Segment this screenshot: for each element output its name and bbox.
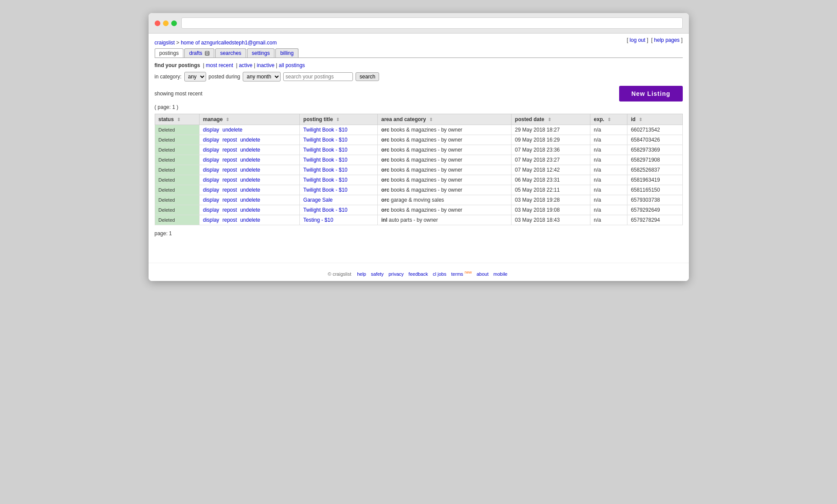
- status-cell: Deleted: [155, 145, 199, 155]
- month-select[interactable]: any month: [243, 72, 281, 81]
- tab-settings[interactable]: settings: [247, 48, 274, 58]
- footer-cljobs[interactable]: cl jobs: [433, 271, 446, 277]
- maximize-button[interactable]: [171, 20, 177, 26]
- posting-title-link[interactable]: Twilight Book - $10: [303, 137, 347, 143]
- col-area[interactable]: area and category ⇕: [377, 114, 511, 125]
- col-status[interactable]: status ⇕: [155, 114, 199, 125]
- manage-cell: display undelete: [199, 125, 299, 135]
- manage-undelete-link[interactable]: undelete: [240, 187, 260, 193]
- close-button[interactable]: [155, 20, 160, 26]
- posting-title-link[interactable]: Twilight Book - $10: [303, 157, 347, 163]
- manage-undelete-link[interactable]: undelete: [222, 127, 242, 133]
- manage-repost-link[interactable]: repost: [222, 217, 237, 223]
- col-exp[interactable]: exp. ⇕: [590, 114, 627, 125]
- posting-title-link[interactable]: Twilight Book - $10: [303, 147, 347, 153]
- tab-drafts[interactable]: drafts 0: [184, 48, 214, 58]
- search-button[interactable]: search: [356, 72, 379, 81]
- top-right-links: [ log out ] [ help pages ]: [627, 37, 682, 43]
- inactive-link[interactable]: inactive: [257, 62, 274, 68]
- area-code: orc: [381, 187, 390, 193]
- date-cell: 05 May 2018 22:11: [511, 185, 590, 195]
- title-cell: Twilight Book - $10: [300, 125, 378, 135]
- active-link[interactable]: active: [239, 62, 252, 68]
- posting-title-link[interactable]: Twilight Book - $10: [303, 177, 347, 183]
- minimize-button[interactable]: [163, 20, 169, 26]
- manage-repost-link[interactable]: repost: [222, 207, 237, 213]
- id-cell: 6581963419: [627, 175, 682, 185]
- footer-feedback[interactable]: feedback: [409, 271, 428, 277]
- manage-undelete-link[interactable]: undelete: [240, 167, 260, 173]
- manage-display-link[interactable]: display: [203, 127, 219, 133]
- logout-link[interactable]: log out: [630, 37, 645, 43]
- new-listing-button[interactable]: New Listing: [619, 86, 683, 101]
- manage-undelete-link[interactable]: undelete: [240, 157, 260, 163]
- id-cell: 6582971908: [627, 155, 682, 165]
- footer-mobile[interactable]: mobile: [493, 271, 507, 277]
- exp-cell: n/a: [590, 145, 627, 155]
- table-row: Deleteddisplay repost undelete Twilight …: [155, 135, 682, 145]
- manage-display-link[interactable]: display: [203, 157, 219, 163]
- tab-searches[interactable]: searches: [215, 48, 246, 58]
- exp-cell: n/a: [590, 165, 627, 175]
- posting-title-link[interactable]: Garage Sale: [303, 197, 332, 203]
- manage-display-link[interactable]: display: [203, 177, 219, 183]
- manage-undelete-link[interactable]: undelete: [240, 147, 260, 153]
- manage-display-link[interactable]: display: [203, 207, 219, 213]
- manage-undelete-link[interactable]: undelete: [240, 137, 260, 143]
- manage-display-link[interactable]: display: [203, 137, 219, 143]
- posting-title-link[interactable]: Testing - $10: [303, 217, 333, 223]
- manage-display-link[interactable]: display: [203, 217, 219, 223]
- tabs: postings drafts 0 searches settings bill…: [155, 48, 683, 58]
- breadcrumb: craigslist > home of azngurlcalledsteph1…: [155, 37, 683, 46]
- search-input[interactable]: [283, 72, 353, 81]
- manage-display-link[interactable]: display: [203, 167, 219, 173]
- help-link[interactable]: help pages: [654, 37, 680, 43]
- manage-repost-link[interactable]: repost: [222, 147, 237, 153]
- all-postings-link[interactable]: all postings: [279, 62, 305, 68]
- col-manage[interactable]: manage ⇕: [199, 114, 299, 125]
- manage-undelete-link[interactable]: undelete: [240, 217, 260, 223]
- manage-undelete-link[interactable]: undelete: [240, 207, 260, 213]
- most-recent-link[interactable]: most recent: [206, 62, 233, 68]
- manage-repost-link[interactable]: repost: [222, 157, 237, 163]
- posting-title-link[interactable]: Twilight Book - $10: [303, 187, 347, 193]
- area-code: orc: [381, 147, 390, 153]
- col-title[interactable]: posting title ⇕: [300, 114, 378, 125]
- site-link[interactable]: craigslist: [155, 40, 175, 46]
- account-link[interactable]: home of azngurlcalledsteph1@gmail.com: [181, 40, 277, 46]
- manage-repost-link[interactable]: repost: [222, 137, 237, 143]
- manage-display-link[interactable]: display: [203, 147, 219, 153]
- manage-undelete-link[interactable]: undelete: [240, 197, 260, 203]
- manage-repost-link[interactable]: repost: [222, 187, 237, 193]
- footer-terms[interactable]: terms new: [451, 271, 472, 277]
- title-cell: Twilight Book - $10: [300, 135, 378, 145]
- posting-title-link[interactable]: Twilight Book - $10: [303, 127, 347, 133]
- manage-repost-link[interactable]: repost: [222, 177, 237, 183]
- footer-privacy[interactable]: privacy: [389, 271, 404, 277]
- date-cell: 07 May 2018 23:36: [511, 145, 590, 155]
- address-bar[interactable]: [181, 17, 683, 29]
- posting-title-link[interactable]: Twilight Book - $10: [303, 207, 347, 213]
- table-row: Deleteddisplay repost undelete Twilight …: [155, 165, 682, 175]
- date-cell: 03 May 2018 19:08: [511, 205, 590, 215]
- col-date[interactable]: posted date ⇕: [511, 114, 590, 125]
- footer-help[interactable]: help: [357, 271, 366, 277]
- posting-title-link[interactable]: Twilight Book - $10: [303, 167, 347, 173]
- tab-billing[interactable]: billing: [275, 48, 298, 58]
- table-row: Deleteddisplay repost undelete Twilight …: [155, 175, 682, 185]
- showing-text: showing most recent: [155, 91, 203, 97]
- title-cell: Twilight Book - $10: [300, 145, 378, 155]
- status-cell: Deleted: [155, 195, 199, 205]
- status-cell: Deleted: [155, 175, 199, 185]
- manage-display-link[interactable]: display: [203, 187, 219, 193]
- manage-undelete-link[interactable]: undelete: [240, 177, 260, 183]
- status-cell: Deleted: [155, 215, 199, 225]
- footer-safety[interactable]: safety: [371, 271, 383, 277]
- manage-display-link[interactable]: display: [203, 197, 219, 203]
- manage-repost-link[interactable]: repost: [222, 197, 237, 203]
- manage-repost-link[interactable]: repost: [222, 167, 237, 173]
- category-select[interactable]: any: [184, 72, 206, 81]
- tab-postings[interactable]: postings: [155, 48, 184, 58]
- col-id[interactable]: id ⇕: [627, 114, 682, 125]
- footer-about[interactable]: about: [477, 271, 489, 277]
